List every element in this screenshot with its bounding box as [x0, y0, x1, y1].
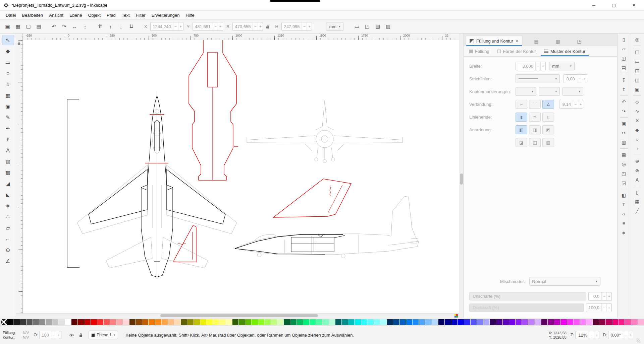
selection-dialog-icon[interactable]: ▤	[34, 22, 44, 31]
pen-tool[interactable]: ✒	[2, 123, 14, 134]
menu-ebene[interactable]: Ebene	[66, 13, 85, 18]
snap-bbox-edge-midpoints-icon[interactable]: ◫	[633, 76, 642, 84]
eraser-tool[interactable]: ▱	[2, 223, 14, 233]
paste-icon[interactable]: ▥	[619, 138, 629, 147]
snap-paths-icon[interactable]: ∿	[633, 107, 642, 116]
color-swatch[interactable]	[213, 319, 219, 325]
document-properties-tab-icon[interactable]: ▤	[529, 36, 544, 46]
paintbucket-tool[interactable]: ◣	[2, 190, 14, 200]
height-field[interactable]: 247,995 − +	[281, 22, 312, 31]
color-swatch[interactable]	[554, 319, 560, 325]
rotation-field[interactable]: 0,00° − +	[608, 331, 633, 339]
color-swatch[interactable]	[400, 319, 406, 325]
aspect-ratio-lock-icon[interactable]	[264, 24, 272, 29]
color-swatch[interactable]	[142, 319, 148, 325]
gradient-tool[interactable]: ▧	[2, 156, 14, 167]
blur-decrement-button[interactable]: −	[601, 292, 606, 300]
color-swatch[interactable]	[149, 319, 155, 325]
miter-join-icon[interactable]: ⌐	[516, 100, 527, 109]
color-swatch[interactable]	[560, 319, 567, 325]
color-swatch[interactable]	[26, 319, 33, 325]
y-decrement-button[interactable]: −	[213, 22, 218, 30]
color-swatch[interactable]	[509, 319, 515, 325]
color-swatch[interactable]	[116, 319, 122, 325]
miter-decrement-button[interactable]: −	[573, 100, 578, 108]
color-swatch[interactable]	[335, 319, 341, 325]
markers-order-icon-3[interactable]: ◩	[542, 125, 554, 134]
canvas[interactable]	[23, 40, 459, 313]
align-dialog-icon[interactable]: ≡	[619, 219, 629, 228]
color-swatch[interactable]	[574, 319, 580, 325]
color-swatch[interactable]	[413, 319, 419, 325]
color-swatch[interactable]	[516, 319, 522, 325]
color-swatch[interactable]	[464, 319, 470, 325]
ruler-corner[interactable]	[16, 33, 23, 40]
color-swatch[interactable]	[548, 319, 554, 325]
object-opacity-decrement-button[interactable]: −	[51, 331, 56, 339]
end-marker-dropdown[interactable]: ▾	[562, 87, 583, 96]
snap-bbox-edges-icon[interactable]: ▭	[633, 57, 642, 66]
mid-marker-dropdown[interactable]: ▾	[539, 87, 560, 96]
snap-grid-icon[interactable]: ▦	[633, 197, 642, 206]
flip-horizontal-icon[interactable]: ↔	[70, 22, 79, 31]
color-swatch[interactable]	[239, 319, 245, 325]
connector-tool[interactable]: ⌐	[2, 234, 14, 244]
color-swatch[interactable]	[432, 319, 438, 325]
raise-to-top-icon[interactable]: ⇈	[95, 22, 105, 31]
dash-offset-field[interactable]: 0,00 − +	[563, 74, 587, 83]
markers-order-icon-4[interactable]: ◪	[516, 138, 527, 147]
spiral-tool[interactable]: ◉	[2, 101, 14, 112]
pencil-tool[interactable]: ✎	[2, 112, 14, 123]
box3d-tool[interactable]: ▦	[2, 90, 14, 100]
bevel-join-icon[interactable]: ∠	[542, 100, 554, 109]
menu-erweiterungen[interactable]: Erweiterungen	[149, 13, 183, 18]
miter-increment-button[interactable]: +	[578, 100, 583, 108]
preferences-icon[interactable]: ∗	[619, 228, 629, 237]
color-swatch[interactable]	[59, 319, 65, 325]
color-swatch[interactable]	[374, 319, 380, 325]
color-swatch[interactable]	[625, 319, 631, 325]
close-button[interactable]: ✕	[624, 0, 644, 11]
color-swatch[interactable]	[110, 319, 116, 325]
color-swatch[interactable]	[290, 319, 296, 325]
dash-pattern-dropdown[interactable]: ▾	[516, 74, 560, 83]
color-swatch[interactable]	[33, 319, 39, 325]
horizontal-scrollbar-thumb[interactable]	[160, 314, 318, 317]
text-tool[interactable]: A	[2, 145, 14, 156]
rectangle-tool[interactable]: ▭	[2, 57, 14, 67]
star-tool[interactable]: ☆	[2, 79, 14, 89]
ungroup-icon[interactable]: ◲	[619, 179, 629, 187]
opacity-slider[interactable]: Deckkraft (%)	[469, 303, 584, 312]
scale-pattern-toggle-icon[interactable]: ▨	[383, 22, 393, 31]
object-opacity-increment-button[interactable]: +	[56, 331, 61, 339]
color-swatch[interactable]	[277, 319, 283, 325]
select-tool[interactable]: ↖	[2, 35, 14, 45]
color-managed-display-toggle[interactable]	[453, 314, 459, 318]
markers-order-icon-2[interactable]: ◨	[529, 125, 541, 134]
color-swatch[interactable]	[97, 319, 103, 325]
color-swatch[interactable]	[387, 319, 393, 325]
current-layer-selector[interactable]: Ebene 1 ▾	[89, 331, 118, 339]
color-swatch[interactable]	[91, 319, 97, 325]
duplicate-icon[interactable]: ▦	[619, 150, 629, 159]
clipboard-tab-icon[interactable]: ▥	[550, 36, 565, 46]
dropper-tool[interactable]: ◢	[2, 179, 14, 189]
rotation-decrement-button[interactable]: −	[623, 331, 628, 339]
width-field[interactable]: 470,655 − +	[232, 22, 263, 31]
layer-visibility-eye-icon[interactable]	[69, 333, 74, 337]
zoom-field[interactable]: 12% − +	[575, 331, 599, 339]
square-cap-icon[interactable]: ▯	[542, 113, 554, 122]
round-join-icon[interactable]: ⌒	[529, 100, 541, 109]
color-swatch[interactable]	[303, 319, 309, 325]
color-swatch[interactable]	[174, 319, 180, 325]
color-swatch[interactable]	[78, 319, 84, 325]
rotation-increment-button[interactable]: +	[628, 331, 633, 339]
color-swatch[interactable]	[155, 319, 161, 325]
color-swatch[interactable]	[541, 319, 547, 325]
color-swatch[interactable]	[490, 319, 496, 325]
snap-smooth-nodes-icon[interactable]: ○	[633, 135, 642, 144]
snap-page-border-icon[interactable]: ▯	[633, 188, 642, 197]
blur-slider[interactable]: Unschärfe (%)	[469, 292, 586, 300]
color-swatch[interactable]	[252, 319, 258, 325]
flip-vertical-icon[interactable]: ↕	[80, 22, 90, 31]
